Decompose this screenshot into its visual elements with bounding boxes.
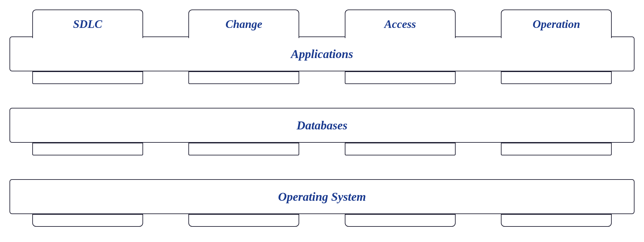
tab-operation: Operation [501,10,612,38]
divider-row-2 [9,143,635,155]
band-databases-label: Databases [297,118,347,132]
divider-cell-1-4 [501,71,612,84]
band-os: Operating System [9,179,635,214]
tabs-row: SDLC Change Access Operation [9,3,635,38]
divider-cell-2-1 [32,143,143,155]
band-applications: Applications [9,36,635,71]
bottom-cell-1 [32,214,143,227]
bottom-cell-2 [188,214,299,227]
bottom-cell-3 [345,214,456,227]
divider-cell-2-4 [501,143,612,155]
tab-change-label: Change [225,17,262,31]
divider-row-1 [9,71,635,84]
band-applications-label: Applications [291,47,353,61]
bottom-cell-4 [501,214,612,227]
band-os-label: Operating System [278,190,366,204]
tab-access: Access [345,10,456,38]
diagram-container: SDLC Change Access Operation Application… [0,0,644,242]
bottom-cells-row [9,214,635,227]
divider-cell-1-1 [32,71,143,84]
tab-access-label: Access [384,17,416,31]
band-databases: Databases [9,108,635,143]
tab-operation-label: Operation [533,17,580,31]
tab-sdlc-label: SDLC [73,17,102,31]
tab-change: Change [188,10,299,38]
tab-sdlc: SDLC [32,10,143,38]
divider-cell-1-3 [345,71,456,84]
divider-cell-2-2 [188,143,299,155]
divider-cell-2-3 [345,143,456,155]
divider-cell-1-2 [188,71,299,84]
